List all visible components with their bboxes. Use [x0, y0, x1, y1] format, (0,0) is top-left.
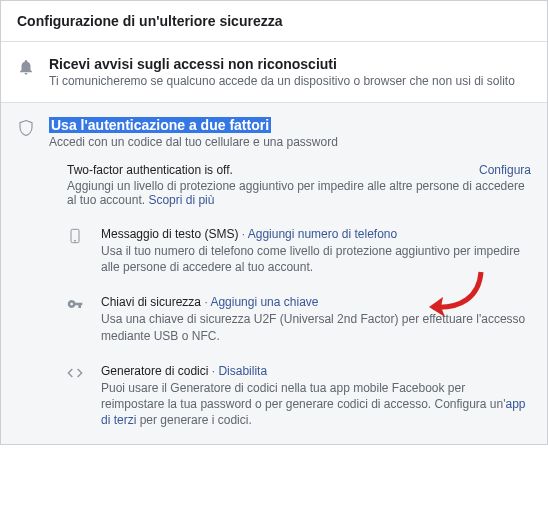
security-settings-panel: Configurazione di un'ulteriore sicurezza…: [0, 0, 548, 445]
method-code-generator-body: Generatore di codici · Disabilita Puoi u…: [101, 364, 531, 429]
twofa-status: Two-factor authentication is off.: [67, 163, 233, 177]
method-sms: Messaggio di testo (SMS) · Aggiungi nume…: [67, 227, 531, 275]
key-icon: [67, 295, 87, 343]
panel-title: Configurazione di un'ulteriore sicurezza: [17, 13, 282, 29]
method-security-keys-body: Chiavi di sicurezza · Aggiungi una chiav…: [101, 295, 531, 343]
method-sms-title: Messaggio di testo (SMS) · Aggiungi nume…: [101, 227, 531, 241]
shield-icon: [17, 117, 37, 149]
twofa-title: Usa l'autenticazione a due fattori: [49, 117, 271, 133]
login-alerts-body: Ricevi avvisi sugli accessi non riconosc…: [49, 56, 531, 88]
method-code-generator: Generatore di codici · Disabilita Puoi u…: [67, 364, 531, 429]
disable-codegen-link[interactable]: Disabilita: [218, 364, 267, 378]
panel-header: Configurazione di un'ulteriore sicurezza: [1, 1, 547, 42]
code-icon: [67, 364, 87, 429]
method-security-keys-desc: Usa una chiave di sicurezza U2F (Univers…: [101, 311, 531, 343]
twofa-section[interactable]: Usa l'autenticazione a due fattori Acced…: [1, 103, 547, 163]
twofa-details: Two-factor authentication is off. Config…: [1, 163, 547, 444]
twofa-sub: Accedi con un codice dal tuo cellulare e…: [49, 135, 531, 149]
learn-more-link[interactable]: Scopri di più: [148, 193, 214, 207]
login-alerts-sub: Ti comunicheremo se qualcuno accede da u…: [49, 74, 531, 88]
method-sms-desc: Usa il tuo numero di telefono come livel…: [101, 243, 531, 275]
method-code-generator-title: Generatore di codici · Disabilita: [101, 364, 531, 378]
method-sms-body: Messaggio di testo (SMS) · Aggiungi nume…: [101, 227, 531, 275]
method-security-keys: Chiavi di sicurezza · Aggiungi una chiav…: [67, 295, 531, 343]
login-alerts-title: Ricevi avvisi sugli accessi non riconosc…: [49, 56, 531, 72]
add-phone-link[interactable]: Aggiungi numero di telefono: [248, 227, 397, 241]
method-code-generator-desc: Puoi usare il Generatore di codici nella…: [101, 380, 531, 429]
twofa-status-row: Two-factor authentication is off. Config…: [67, 163, 531, 177]
twofa-body: Usa l'autenticazione a due fattori Acced…: [49, 117, 531, 149]
add-key-link[interactable]: Aggiungi una chiave: [210, 295, 318, 309]
login-alerts-section[interactable]: Ricevi avvisi sugli accessi non riconosc…: [1, 42, 547, 103]
configure-link[interactable]: Configura: [479, 163, 531, 177]
svg-point-1: [74, 240, 75, 241]
method-security-keys-title: Chiavi di sicurezza · Aggiungi una chiav…: [101, 295, 531, 309]
twofa-status-desc: Aggiungi un livello di protezione aggiun…: [67, 179, 531, 207]
phone-icon: [67, 227, 87, 275]
bell-icon: [17, 56, 37, 88]
